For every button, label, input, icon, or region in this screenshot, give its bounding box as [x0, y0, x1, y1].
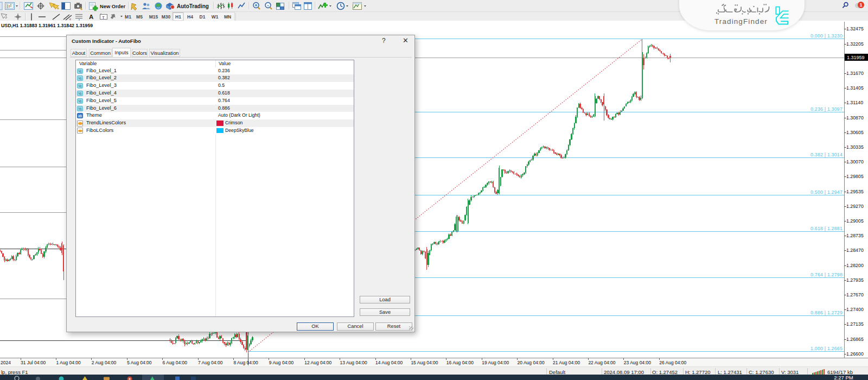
svg-text:AutoTrading: AutoTrading — [177, 3, 209, 9]
svg-text:0.000 | 1.3230: 0.000 | 1.3230 — [810, 33, 843, 39]
svg-text:1.27935: 1.27935 — [846, 277, 864, 283]
svg-text:1.30870: 1.30870 — [846, 115, 864, 121]
svg-text:-: - — [267, 3, 269, 8]
svg-text:21 Aug 04:00: 21 Aug 04:00 — [553, 360, 580, 365]
svg-text:1.31959: 1.31959 — [847, 55, 865, 60]
svg-text:31 Jul 04:00: 31 Jul 04:00 — [21, 360, 46, 365]
svg-text:1.29805: 1.29805 — [846, 174, 864, 179]
svg-text:2:27 PM: 2:27 PM — [834, 375, 853, 380]
svg-text:26 Aug 04:00: 26 Aug 04:00 — [659, 360, 686, 365]
svg-text:1.30070: 1.30070 — [846, 159, 864, 164]
svg-text:1 Aug 04:00: 1 Aug 04:00 — [56, 360, 81, 365]
svg-text:16 Aug 04:00: 16 Aug 04:00 — [446, 360, 474, 365]
svg-text:USD,H1 1.31883 1.31961 1.31842: USD,H1 1.31883 1.31961 1.31842 1.31959 — [1, 23, 93, 28]
svg-text:M30: M30 — [162, 14, 171, 20]
svg-text:19 Aug 04:00: 19 Aug 04:00 — [482, 360, 509, 365]
svg-text:6 Aug 04:00: 6 Aug 04:00 — [163, 360, 188, 365]
svg-text:1.27400: 1.27400 — [846, 307, 864, 312]
svg-text:H4: H4 — [187, 14, 193, 20]
svg-text:1.000 | 1.2665: 1.000 | 1.2665 — [810, 346, 843, 351]
svg-text:13 Aug 04:00: 13 Aug 04:00 — [340, 360, 367, 365]
svg-text:T: T — [102, 15, 105, 20]
svg-text:1.31670: 1.31670 — [846, 71, 864, 76]
svg-text:TradingFinder: TradingFinder — [714, 17, 768, 26]
svg-text:14 Aug 04:00: 14 Aug 04:00 — [375, 360, 403, 365]
svg-text:2 Aug 04:00: 2 Aug 04:00 — [92, 360, 117, 365]
svg-text:1.27135: 1.27135 — [846, 321, 864, 327]
svg-text:1.30335: 1.30335 — [846, 144, 864, 150]
svg-text:8 Aug 04:00: 8 Aug 04:00 — [233, 360, 258, 365]
svg-text:1.30605: 1.30605 — [846, 130, 864, 135]
svg-text:7 Aug 04:00: 7 Aug 04:00 — [198, 360, 223, 365]
svg-text:1.26600: 1.26600 — [846, 351, 864, 357]
svg-text:12 Aug 04:00: 12 Aug 04:00 — [304, 360, 331, 365]
svg-text:0.500 | 1.2947: 0.500 | 1.2947 — [810, 189, 843, 195]
svg-text:+: + — [254, 3, 257, 8]
svg-text:W1: W1 — [212, 14, 219, 20]
svg-text:1.31140: 1.31140 — [846, 100, 863, 105]
svg-text:0.618 | 1.2881: 0.618 | 1.2881 — [810, 226, 843, 231]
svg-text:H1: H1 — [175, 14, 181, 20]
svg-text:0.886 | 1.2729: 0.886 | 1.2729 — [810, 310, 843, 315]
svg-text:1.28735: 1.28735 — [846, 233, 864, 238]
svg-text:D1: D1 — [200, 14, 206, 20]
svg-text:5 Aug 04:00: 5 Aug 04:00 — [127, 360, 152, 365]
svg-text:20 Aug 04:00: 20 Aug 04:00 — [518, 360, 545, 365]
svg-text:0.764 | 1.2798: 0.764 | 1.2798 — [810, 272, 843, 277]
svg-text:1.29270: 1.29270 — [846, 204, 864, 209]
svg-text:1.27670: 1.27670 — [846, 292, 864, 297]
svg-text:New Order: New Order — [100, 4, 125, 9]
svg-text:1.32205: 1.32205 — [846, 41, 864, 47]
svg-text:1.31405: 1.31405 — [846, 85, 864, 91]
svg-text:9 Aug 04:00: 9 Aug 04:00 — [269, 360, 294, 365]
svg-text:1.29535: 1.29535 — [846, 189, 864, 194]
svg-text:23 Aug 04:00: 23 Aug 04:00 — [624, 360, 651, 365]
svg-text:1.29005: 1.29005 — [846, 218, 864, 224]
svg-text:1.32475: 1.32475 — [846, 26, 864, 31]
svg-text:M1: M1 — [125, 14, 131, 20]
svg-text:M5: M5 — [136, 14, 143, 20]
svg-text:A: A — [89, 14, 93, 20]
svg-text:MN: MN — [224, 14, 231, 20]
svg-text:0.382 | 1.3014: 0.382 | 1.3014 — [810, 152, 843, 157]
svg-text:22 Aug 04:00: 22 Aug 04:00 — [588, 360, 615, 365]
svg-text:M15: M15 — [149, 14, 158, 20]
svg-text:1.26865: 1.26865 — [846, 337, 864, 342]
svg-text:0.236 | 1.3097: 0.236 | 1.3097 — [810, 106, 843, 112]
svg-text:1.28200: 1.28200 — [846, 263, 864, 268]
svg-text:1: 1 — [859, 2, 862, 8]
svg-text:2024: 2024 — [1, 360, 11, 365]
svg-text:1.28470: 1.28470 — [846, 248, 864, 253]
svg-text:15 Aug 04:00: 15 Aug 04:00 — [411, 360, 438, 365]
